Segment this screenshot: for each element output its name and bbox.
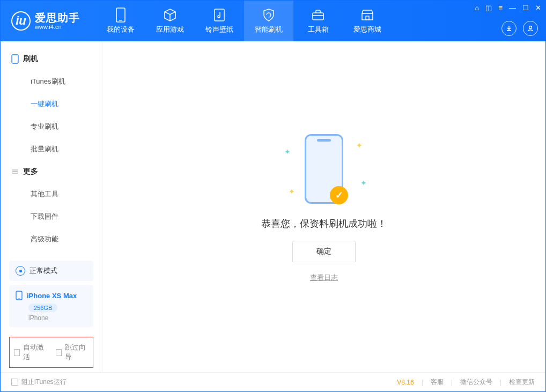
download-button[interactable] bbox=[501, 21, 517, 36]
device-name: iPhone XS Max bbox=[27, 292, 77, 300]
device-box[interactable]: iPhone XS Max 256GB iPhone bbox=[9, 285, 93, 327]
sidebar-item-pro-flash[interactable]: 专业刷机 bbox=[1, 115, 102, 138]
sidebar-section-flash: 刷机 bbox=[1, 48, 102, 70]
tab-label: 工具箱 bbox=[308, 25, 329, 34]
svg-rect-7 bbox=[12, 55, 18, 63]
tab-label: 智能刷机 bbox=[255, 25, 283, 34]
checkbox-label: 自动激活 bbox=[23, 343, 47, 362]
device-icon bbox=[113, 8, 128, 23]
sidebar-item-itunes-flash[interactable]: iTunes刷机 bbox=[1, 70, 102, 93]
tab-store[interactable]: 爱思商城 bbox=[343, 1, 392, 41]
wechat-link[interactable]: 微信公众号 bbox=[460, 378, 492, 387]
tab-my-device[interactable]: 我的设备 bbox=[96, 1, 145, 41]
svg-rect-5 bbox=[366, 16, 369, 20]
sidebar-item-advanced[interactable]: 高级功能 bbox=[1, 228, 102, 250]
skin-icon[interactable]: ⌂ bbox=[475, 4, 479, 12]
cube-icon bbox=[163, 8, 178, 23]
logo-icon: iu bbox=[11, 11, 31, 31]
tab-smart-flash[interactable]: 智能刷机 bbox=[244, 1, 293, 41]
checkbox-skip-guide[interactable]: 跳过向导 bbox=[56, 343, 89, 362]
svg-rect-1 bbox=[119, 20, 122, 21]
list-icon bbox=[11, 168, 19, 175]
section-label: 刷机 bbox=[23, 54, 38, 64]
menu-icon[interactable]: ≡ bbox=[498, 4, 503, 12]
device-capacity: 256GB bbox=[28, 304, 57, 312]
tab-label: 我的设备 bbox=[107, 25, 135, 34]
success-illustration: ✦ ✦ ✦ ✦ ✓ bbox=[276, 131, 372, 206]
support-link[interactable]: 客服 bbox=[431, 378, 444, 387]
device-type: iPhone bbox=[28, 314, 87, 322]
sidebar: 刷机 iTunes刷机 一键刷机 专业刷机 批量刷机 更多 其他工具 下载固件 … bbox=[1, 41, 102, 372]
checkbox-block-itunes[interactable]: 阻止iTunes运行 bbox=[11, 378, 67, 387]
app-window: iu 爱思助手 www.i4.cn 我的设备 应用游戏 铃声壁纸 智能刷机 bbox=[0, 0, 546, 392]
svg-point-12 bbox=[19, 298, 20, 299]
svg-rect-3 bbox=[313, 13, 323, 20]
sparkle-icon: ✦ bbox=[356, 141, 363, 150]
refresh-shield-icon bbox=[261, 8, 276, 23]
sparkle-icon: ✦ bbox=[360, 179, 367, 187]
minimize-button[interactable]: — bbox=[509, 4, 516, 12]
ok-button[interactable]: 确定 bbox=[292, 241, 356, 262]
header-actions bbox=[501, 21, 538, 36]
mode-label: 正常模式 bbox=[29, 266, 57, 276]
section-label: 更多 bbox=[23, 167, 38, 176]
maximize-button[interactable]: ☐ bbox=[522, 4, 529, 12]
svg-rect-2 bbox=[215, 9, 224, 21]
feedback-icon[interactable]: ◫ bbox=[485, 4, 492, 12]
tab-ringtone-wallpaper[interactable]: 铃声壁纸 bbox=[195, 1, 244, 41]
toolbox-icon bbox=[311, 8, 326, 23]
app-logo: iu 爱思助手 www.i4.cn bbox=[11, 11, 80, 31]
sidebar-item-batch-flash[interactable]: 批量刷机 bbox=[1, 138, 102, 160]
close-button[interactable]: ✕ bbox=[535, 4, 541, 12]
phone-icon bbox=[11, 54, 19, 64]
tab-label: 爱思商城 bbox=[353, 25, 381, 34]
tab-apps-games[interactable]: 应用游戏 bbox=[145, 1, 195, 41]
tab-toolbox[interactable]: 工具箱 bbox=[293, 1, 343, 41]
music-file-icon bbox=[212, 8, 227, 23]
tab-label: 铃声壁纸 bbox=[205, 25, 233, 34]
checkbox-icon bbox=[56, 349, 62, 356]
tab-label: 应用游戏 bbox=[156, 25, 184, 34]
statusbar: 阻止iTunes运行 V8.16 | 客服 | 微信公众号 | 检查更新 bbox=[1, 372, 545, 391]
view-log-link[interactable]: 查看日志 bbox=[310, 273, 338, 283]
account-button[interactable] bbox=[523, 21, 538, 36]
check-badge-icon: ✓ bbox=[330, 186, 348, 204]
app-title: 爱思助手 bbox=[35, 12, 80, 24]
checkbox-icon bbox=[14, 349, 20, 356]
phone-illustration: ✓ bbox=[305, 134, 343, 204]
sparkle-icon: ✦ bbox=[284, 147, 291, 156]
titlebar: iu 爱思助手 www.i4.cn 我的设备 应用游戏 铃声壁纸 智能刷机 bbox=[1, 1, 545, 41]
checkbox-label: 阻止iTunes运行 bbox=[21, 378, 67, 387]
version-label: V8.16 bbox=[397, 379, 414, 386]
sidebar-item-download-firmware[interactable]: 下载固件 bbox=[1, 205, 102, 228]
phone-icon bbox=[16, 291, 23, 300]
sidebar-section-more: 更多 bbox=[1, 160, 102, 183]
highlighted-options: 自动激活 跳过向导 bbox=[9, 337, 93, 368]
check-update-link[interactable]: 检查更新 bbox=[509, 378, 535, 387]
mode-icon bbox=[16, 266, 25, 276]
store-icon bbox=[360, 8, 375, 23]
main-content: ✦ ✦ ✦ ✦ ✓ 恭喜您，保资料刷机成功啦！ 确定 查看日志 bbox=[102, 41, 545, 372]
sidebar-item-other-tools[interactable]: 其他工具 bbox=[1, 183, 102, 205]
mode-box[interactable]: 正常模式 bbox=[9, 261, 93, 281]
checkbox-label: 跳过向导 bbox=[65, 343, 88, 362]
window-controls: ⌂ ◫ ≡ — ☐ ✕ bbox=[475, 4, 541, 12]
sidebar-item-oneclick-flash[interactable]: 一键刷机 bbox=[1, 93, 102, 115]
checkbox-icon bbox=[11, 379, 18, 386]
sparkle-icon: ✦ bbox=[289, 187, 295, 196]
body: 刷机 iTunes刷机 一键刷机 专业刷机 批量刷机 更多 其他工具 下载固件 … bbox=[1, 41, 545, 372]
success-message: 恭喜您，保资料刷机成功啦！ bbox=[261, 217, 387, 230]
svg-point-6 bbox=[529, 26, 532, 29]
checkbox-auto-activate[interactable]: 自动激活 bbox=[14, 343, 47, 362]
app-url: www.i4.cn bbox=[35, 24, 80, 30]
main-tabs: 我的设备 应用游戏 铃声壁纸 智能刷机 工具箱 爱思商城 bbox=[96, 1, 392, 41]
